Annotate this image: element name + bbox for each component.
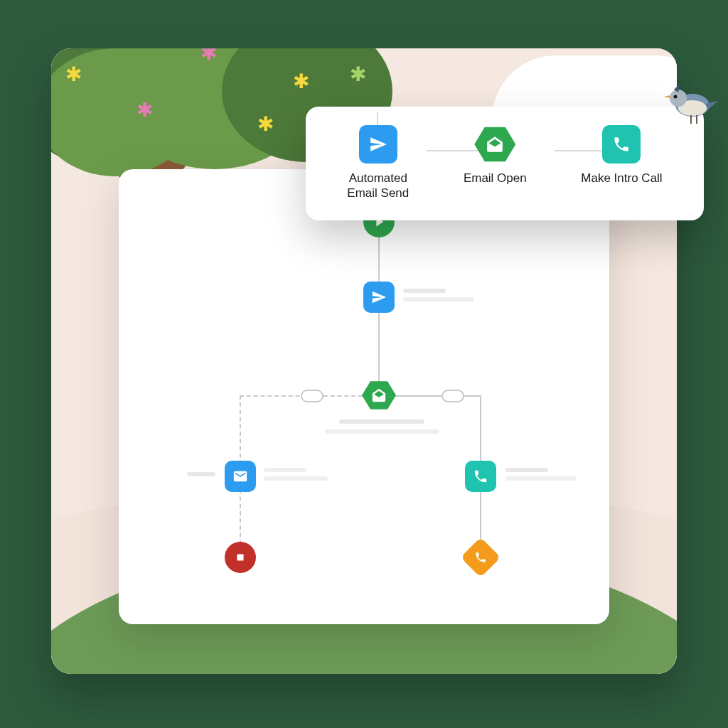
placeholder-text	[339, 419, 424, 424]
detail-item-open[interactable]: Email Open	[464, 125, 527, 202]
detail-item-call[interactable]: Make Intro Call	[581, 125, 662, 202]
branch-button-right[interactable]	[441, 390, 464, 402]
placeholder-text	[264, 476, 328, 481]
node-email-open[interactable]	[362, 380, 396, 411]
phone-icon	[473, 469, 488, 484]
detail-item-send[interactable]: Automated Email Send	[347, 125, 409, 202]
svg-point-4	[674, 95, 678, 99]
placeholder-text	[403, 297, 474, 301]
node-call-decision[interactable]	[461, 537, 501, 578]
svg-rect-0	[237, 554, 243, 560]
detail-node-open	[474, 125, 515, 164]
connector-line	[395, 395, 481, 397]
node-stop[interactable]	[225, 542, 256, 573]
stop-icon	[232, 550, 248, 565]
bird-decoration	[657, 77, 721, 127]
send-icon	[369, 135, 387, 154]
branch-button-left[interactable]	[301, 390, 323, 402]
mail-open-icon	[371, 387, 387, 403]
bird-icon	[657, 77, 721, 127]
placeholder-text	[325, 429, 439, 434]
detail-card: Automated Email Send Email Open Make Int…	[306, 107, 704, 220]
detail-node-call	[602, 125, 641, 164]
placeholder-text	[264, 468, 306, 472]
phone-icon	[474, 551, 487, 564]
detail-node-send	[359, 125, 397, 164]
detail-label: Email Open	[464, 171, 527, 202]
mail-icon	[232, 469, 248, 484]
phone-icon	[612, 135, 631, 154]
flowchart-panel	[119, 169, 609, 624]
placeholder-text	[403, 289, 446, 293]
node-send-reminder[interactable]	[225, 461, 256, 492]
detail-label: Automated Email Send	[347, 171, 409, 202]
placeholder-text	[187, 472, 215, 476]
mail-open-icon	[486, 135, 504, 154]
placeholder-text	[505, 476, 577, 481]
node-send-email[interactable]	[363, 282, 395, 313]
send-icon	[371, 289, 387, 305]
flowchart	[119, 169, 609, 624]
node-call[interactable]	[465, 461, 496, 492]
detail-label: Make Intro Call	[581, 171, 662, 202]
placeholder-text	[505, 468, 548, 472]
